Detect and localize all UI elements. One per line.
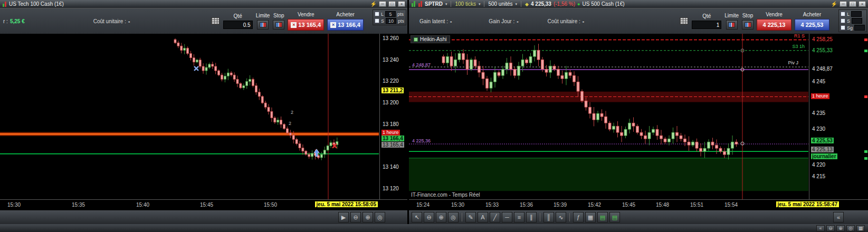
collapse-icon[interactable]: «: [833, 212, 844, 223]
pl-value: 5,25 €: [10, 18, 25, 24]
risk-panel: L S Sg: [838, 9, 867, 32]
left-price-axis[interactable]: 13 26013 24013 22013 211,213 20013 1801 …: [379, 34, 407, 199]
stop-order-icon: [745, 22, 751, 27]
chart-legend: Heikin-Ashi: [411, 35, 450, 43]
keypad-icon[interactable]: [211, 17, 220, 25]
horizontal-line-icon[interactable]: ─: [502, 212, 512, 223]
price-axis-label: journalier: [811, 153, 837, 159]
instrument-selector[interactable]: SPTRD: [425, 1, 443, 7]
indicator-icon[interactable]: ƒ: [573, 212, 584, 223]
long-points-input[interactable]: [851, 11, 862, 17]
alert-tick: [864, 95, 867, 98]
spreadsheet-export-icon[interactable]: ▤: [609, 212, 620, 223]
price-axis-label: 13 120: [381, 186, 400, 191]
stop-order-button[interactable]: [742, 20, 753, 30]
time-label: 15:33: [485, 202, 499, 208]
short-checkbox[interactable]: [375, 18, 379, 23]
time-label: 15:24: [416, 202, 430, 208]
collapse-icon[interactable]: «: [816, 225, 825, 231]
crosshair-icon[interactable]: ◎: [846, 225, 855, 231]
quantity-input[interactable]: [692, 21, 721, 29]
grid-icon[interactable]: ▦: [856, 225, 865, 231]
svg-text:2: 2: [289, 121, 291, 126]
svg-text:2: 2: [291, 110, 293, 115]
minimize-button[interactable]: ─: [840, 1, 847, 7]
alert-tick: [864, 50, 867, 52]
price-axis-label: 4 235: [811, 110, 826, 116]
qty-label: Qté: [234, 13, 242, 19]
unit-cost-readout: Coût unitaire : -: [93, 18, 130, 24]
time-label: 15:36: [520, 202, 533, 208]
time-label: 15:40: [136, 202, 149, 208]
spreadsheet-icon[interactable]: ▤: [597, 212, 608, 223]
long-risk-row: L 5 pts: [375, 11, 404, 17]
grid-icon[interactable]: ▦: [585, 212, 596, 223]
text-tool-icon[interactable]: A: [478, 212, 488, 223]
pencil-icon[interactable]: ✎: [465, 212, 476, 223]
price-axis-label: 4 245: [811, 79, 826, 84]
channel-icon[interactable]: ∥: [526, 212, 537, 223]
zoom-out-icon[interactable]: ⊖: [424, 212, 434, 223]
close-button[interactable]: ×: [398, 1, 405, 7]
long-checkbox[interactable]: [375, 12, 379, 16]
line-chart-icon[interactable]: ∿: [556, 212, 566, 223]
price-axis-label: 4 225,13: [811, 147, 834, 152]
green-bars-icon[interactable]: [411, 1, 416, 7]
stop-label: Stop: [742, 13, 753, 18]
quantity-input[interactable]: [223, 21, 253, 29]
fibonacci-icon[interactable]: ≡: [514, 212, 524, 223]
stop-order-button[interactable]: [273, 20, 284, 30]
buy-price: 4 225,53: [801, 22, 824, 28]
keypad-icon[interactable]: [680, 17, 688, 25]
trendline-icon[interactable]: ╱: [490, 212, 500, 223]
sell-button[interactable]: × 13 165,4: [288, 19, 324, 31]
timeframe-selector[interactable]: 100 ticks: [455, 1, 475, 7]
play-icon[interactable]: ▶: [338, 212, 349, 223]
right-panel-title: US 500 Cash (1€): [583, 1, 625, 7]
zoom-in-icon[interactable]: ⊕: [836, 225, 845, 231]
alert-tick: [864, 150, 867, 153]
crosshair-icon[interactable]: ◎: [448, 212, 459, 223]
connection-status-icon: ⚡: [370, 1, 377, 7]
short-checkbox[interactable]: [841, 18, 845, 23]
connection-status-icon: ⚡: [831, 1, 837, 7]
zoom-out-icon[interactable]: ⊖: [350, 212, 361, 223]
right-price-axis[interactable]: 4 258,254 255,334 248,874 2451 heure4 23…: [809, 34, 868, 199]
left-price-chart[interactable]: 22: [0, 34, 379, 199]
limit-order-button[interactable]: [726, 20, 738, 30]
price-axis-label: 13 180: [381, 121, 400, 127]
cursor-icon[interactable]: ↖: [412, 212, 422, 223]
close-button[interactable]: ×: [859, 1, 866, 7]
short-risk-row: S 10 pts: [375, 18, 404, 24]
buy-button[interactable]: × 13 166,4: [327, 19, 364, 31]
candlestick-chart-icon[interactable]: ║: [543, 212, 554, 223]
long-points-input[interactable]: 5: [385, 11, 396, 17]
maximize-button[interactable]: □: [388, 1, 396, 7]
time-label: 15:48: [656, 202, 669, 208]
limit-order-button[interactable]: [257, 20, 269, 30]
legend-label: Heikin-Ashi: [420, 36, 447, 42]
left-titlebar: US Tech 100 Cash (1€) ⚡ ─ □ ×: [0, 0, 407, 8]
signal-checkbox[interactable]: [841, 25, 845, 30]
limit-label: Limite: [724, 13, 739, 18]
units-selector[interactable]: 500 unités: [488, 1, 512, 7]
latent-gain-readout: Gain latent : -: [419, 18, 452, 24]
crosshair-icon[interactable]: ◎: [375, 212, 385, 223]
sell-label: Vendre: [298, 12, 314, 17]
maximize-button[interactable]: □: [849, 1, 856, 7]
long-checkbox[interactable]: [841, 12, 845, 16]
zoom-out-icon[interactable]: ⊖: [826, 225, 835, 231]
short-points-input[interactable]: [852, 18, 862, 24]
price-axis-label: 4 215: [811, 173, 826, 179]
alert-tick: [864, 157, 867, 160]
chevron-down-icon: ▾: [445, 2, 447, 6]
right-price-chart[interactable]: 4 248,874 225,36R1 SS3 1hPiv J: [409, 34, 808, 199]
zoom-in-icon[interactable]: ⊕: [436, 212, 446, 223]
red-bars-icon[interactable]: [418, 1, 423, 7]
minimize-button[interactable]: ─: [379, 1, 386, 7]
zoom-in-icon[interactable]: ⊕: [363, 212, 373, 223]
buy-button[interactable]: 4 225,53: [795, 19, 829, 31]
signal-input[interactable]: [854, 25, 865, 31]
short-points-input[interactable]: 10: [386, 18, 396, 24]
sell-button[interactable]: 4 225,13: [757, 19, 791, 31]
